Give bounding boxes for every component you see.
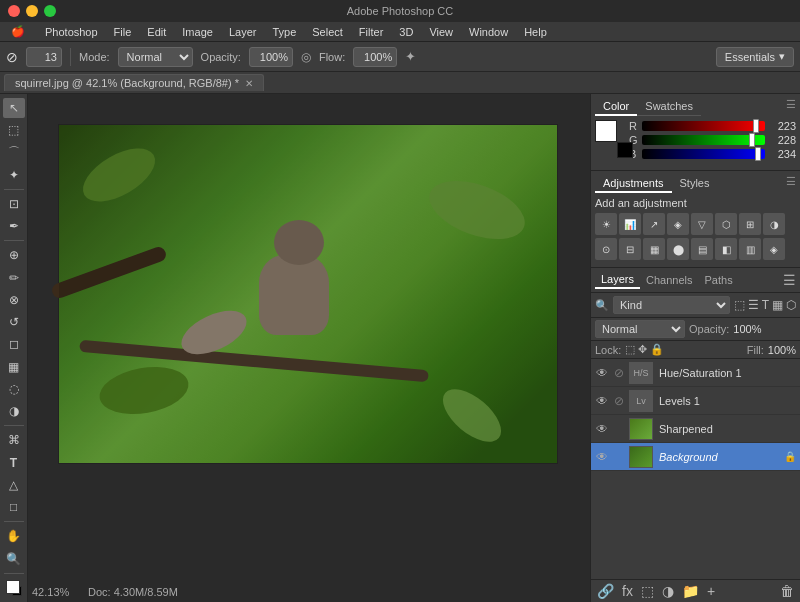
curves-icon[interactable]: ↗ xyxy=(643,213,665,235)
lock-pixels-icon[interactable]: ⬚ xyxy=(625,343,635,356)
layer-visibility-icon[interactable]: 👁 xyxy=(595,366,609,380)
heal-tool[interactable]: ⊕ xyxy=(3,245,25,265)
new-layer-button[interactable]: + xyxy=(705,583,717,599)
lasso-tool[interactable]: ⌒ xyxy=(3,143,25,163)
adj-filter-icon[interactable]: ☰ xyxy=(748,298,759,312)
type-tool[interactable]: T xyxy=(3,453,25,473)
new-adjustment-button[interactable]: ◑ xyxy=(660,583,676,599)
foreground-color[interactable] xyxy=(3,578,25,598)
lock-position-icon[interactable]: ✥ xyxy=(638,343,647,356)
background-swatch[interactable] xyxy=(617,142,633,158)
add-mask-button[interactable]: ⬚ xyxy=(639,583,656,599)
colorbalance-icon[interactable]: ⊞ xyxy=(739,213,761,235)
window-controls[interactable] xyxy=(8,5,56,17)
b-slider[interactable] xyxy=(642,149,765,159)
layer-visibility-icon[interactable]: 👁 xyxy=(595,450,609,464)
layer-levels[interactable]: 👁 ⊘ Lv Levels 1 xyxy=(591,387,800,415)
move-tool[interactable]: ↖ xyxy=(3,98,25,118)
lock-all-icon[interactable]: 🔒 xyxy=(650,343,664,356)
delete-layer-button[interactable]: 🗑 xyxy=(778,583,796,599)
eraser-tool[interactable]: ◻ xyxy=(3,334,25,354)
new-group-button[interactable]: 📁 xyxy=(680,583,701,599)
blend-mode-select[interactable]: Normal xyxy=(595,320,685,338)
bw-icon[interactable]: ◑ xyxy=(763,213,785,235)
paths-tab[interactable]: Paths xyxy=(699,272,739,288)
menu-window[interactable]: Window xyxy=(462,25,515,39)
flow-input[interactable]: 100% xyxy=(353,47,397,67)
r-slider[interactable] xyxy=(642,121,765,131)
hue-icon[interactable]: ⬡ xyxy=(715,213,737,235)
color-swatches[interactable] xyxy=(595,120,625,150)
brush-tool[interactable]: ✏ xyxy=(3,268,25,288)
menu-view[interactable]: View xyxy=(422,25,460,39)
brush-size-input[interactable] xyxy=(26,47,62,67)
layer-hue-saturation[interactable]: 👁 ⊘ H/S Hue/Saturation 1 xyxy=(591,359,800,387)
color-lookup-icon[interactable]: ▦ xyxy=(643,238,665,260)
exposure-icon[interactable]: ◈ xyxy=(667,213,689,235)
canvas-area[interactable]: 42.13% Doc: 4.30M/8.59M xyxy=(28,94,590,602)
stamp-tool[interactable]: ⊗ xyxy=(3,290,25,310)
minimize-button[interactable] xyxy=(26,5,38,17)
marquee-tool[interactable]: ⬚ xyxy=(3,120,25,140)
channels-tab[interactable]: Channels xyxy=(640,272,698,288)
color-panel-menu-icon[interactable]: ☰ xyxy=(786,98,796,116)
layer-visibility-icon[interactable]: 👁 xyxy=(595,394,609,408)
pen-tool[interactable]: ⌘ xyxy=(3,430,25,450)
menu-image[interactable]: Image xyxy=(175,25,220,39)
menu-help[interactable]: Help xyxy=(517,25,554,39)
menu-type[interactable]: Type xyxy=(265,25,303,39)
link-layers-button[interactable]: 🔗 xyxy=(595,583,616,599)
brush-tool-icon[interactable]: ⊘ xyxy=(6,49,18,65)
apple-menu[interactable]: 🍎 xyxy=(4,24,32,39)
path-tool[interactable]: △ xyxy=(3,475,25,495)
shape-filter-icon[interactable]: ▦ xyxy=(772,298,783,312)
layer-background[interactable]: 👁 Background 🔒 xyxy=(591,443,800,471)
layers-tab[interactable]: Layers xyxy=(595,271,640,289)
color-tab[interactable]: Color xyxy=(595,98,637,116)
threshold-icon[interactable]: ◧ xyxy=(715,238,737,260)
menu-filter[interactable]: Filter xyxy=(352,25,390,39)
shape-tool[interactable]: □ xyxy=(3,497,25,517)
swatches-tab[interactable]: Swatches xyxy=(637,98,701,116)
menu-3d[interactable]: 3D xyxy=(392,25,420,39)
channel-mixer-icon[interactable]: ⊟ xyxy=(619,238,641,260)
airbrush-icon[interactable]: ✦ xyxy=(405,49,416,64)
layer-sharpened[interactable]: 👁 Sharpened xyxy=(591,415,800,443)
g-slider[interactable] xyxy=(642,135,765,145)
maximize-button[interactable] xyxy=(44,5,56,17)
blur-tool[interactable]: ◌ xyxy=(3,379,25,399)
type-filter-icon[interactable]: T xyxy=(762,298,769,312)
smart-filter-icon[interactable]: ⬡ xyxy=(786,298,796,312)
add-style-button[interactable]: fx xyxy=(620,583,635,599)
menu-select[interactable]: Select xyxy=(305,25,350,39)
essentials-button[interactable]: Essentials ▾ xyxy=(716,47,794,67)
brightness-icon[interactable]: ☀ xyxy=(595,213,617,235)
foreground-swatch[interactable] xyxy=(595,120,617,142)
eyedropper-tool[interactable]: ✒ xyxy=(3,216,25,236)
layer-visibility-icon[interactable]: 👁 xyxy=(595,422,609,436)
gradient-map-icon[interactable]: ▥ xyxy=(739,238,761,260)
styles-tab[interactable]: Styles xyxy=(672,175,718,193)
menu-layer[interactable]: Layer xyxy=(222,25,264,39)
opacity-input[interactable]: 100% xyxy=(249,47,293,67)
hand-tool[interactable]: ✋ xyxy=(3,526,25,546)
zoom-tool[interactable]: 🔍 xyxy=(3,548,25,568)
menu-file[interactable]: File xyxy=(107,25,139,39)
layers-panel-menu-icon[interactable]: ☰ xyxy=(783,272,796,288)
crop-tool[interactable]: ⊡ xyxy=(3,194,25,214)
invert-icon[interactable]: ⬤ xyxy=(667,238,689,260)
menu-edit[interactable]: Edit xyxy=(140,25,173,39)
levels-icon[interactable]: 📊 xyxy=(619,213,641,235)
posterize-icon[interactable]: ▤ xyxy=(691,238,713,260)
menu-photoshop[interactable]: Photoshop xyxy=(38,25,105,39)
selective-color-icon[interactable]: ◈ xyxy=(763,238,785,260)
dodge-tool[interactable]: ◑ xyxy=(3,401,25,421)
mode-select[interactable]: Normal xyxy=(118,47,193,67)
history-brush-tool[interactable]: ↺ xyxy=(3,312,25,332)
pixel-filter-icon[interactable]: ⬚ xyxy=(734,298,745,312)
adj-panel-menu-icon[interactable]: ☰ xyxy=(786,175,796,193)
adjustments-tab[interactable]: Adjustments xyxy=(595,175,672,193)
quick-select-tool[interactable]: ✦ xyxy=(3,165,25,185)
vibrance-icon[interactable]: ▽ xyxy=(691,213,713,235)
gradient-tool[interactable]: ▦ xyxy=(3,357,25,377)
